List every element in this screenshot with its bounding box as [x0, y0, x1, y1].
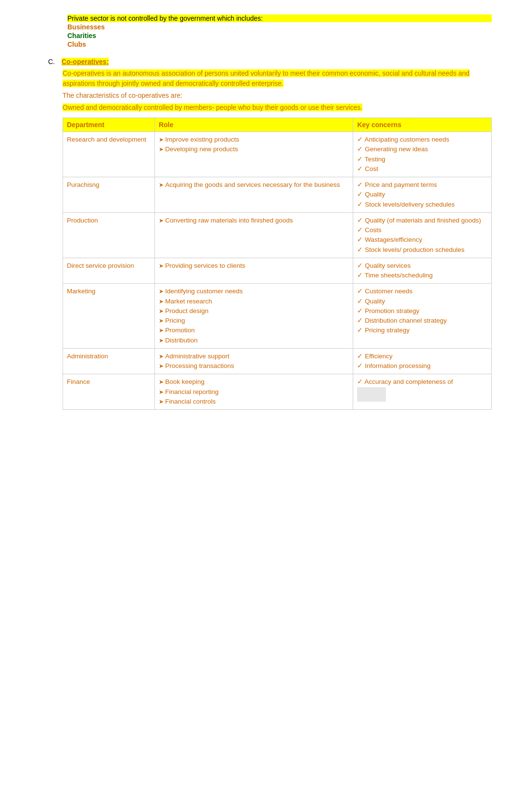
role-cell: Administrative supportProcessing transac…	[154, 348, 353, 374]
concern-cell: Quality servicesTime sheets/scheduling	[353, 258, 492, 284]
role-item: Processing transactions	[159, 361, 349, 371]
role-cell: Providing services to clients	[154, 258, 353, 284]
section-letter: C.	[48, 58, 58, 65]
concern-item: Quality services	[357, 261, 487, 271]
dept-cell: Production	[63, 212, 155, 258]
para2: The characteristics of co-operatives are…	[63, 91, 492, 101]
concern-item: Quality (of materials and finished goods…	[357, 216, 487, 225]
concern-item: Wastages/efficiency	[357, 235, 487, 245]
concern-item: Pricing strategy	[357, 326, 487, 335]
role-cell: Acquiring the goods and services necessa…	[154, 177, 353, 213]
section-c-header: C. Co-operatives:	[48, 58, 492, 65]
role-item: Promotion	[159, 326, 349, 335]
table-row: ProductionConverting raw materials into …	[63, 212, 492, 258]
section-c: C. Co-operatives: Co-operatives is an au…	[48, 58, 492, 410]
para3-text: Owned and democratically controlled by m…	[63, 104, 362, 111]
dept-cell: Direct service provision	[63, 258, 155, 284]
para1: Co-operatives is an autonomous associati…	[63, 68, 492, 89]
concern-item: Stock levels/delivery schedules	[357, 200, 487, 210]
role-item: Distribution	[159, 336, 349, 345]
role-item: Financial reporting	[159, 387, 349, 397]
role-item: Developing new products	[159, 144, 349, 154]
concern-item: Quality	[357, 297, 487, 306]
table-row: PurachisngAcquiring the goods and servic…	[63, 177, 492, 213]
section-title: Co-operatives:	[62, 58, 109, 65]
concern-item: Customer needs	[357, 287, 487, 296]
concern-cell: Quality (of materials and finished goods…	[353, 212, 492, 258]
concern-item: Stock levels/ production schedules	[357, 245, 487, 255]
concern-cell: EfficiencyInformation processing	[353, 348, 492, 374]
concern-item: Promotion strategy	[357, 306, 487, 316]
header-key-concerns: Key concerns	[353, 118, 492, 132]
dept-cell: Marketing	[63, 284, 155, 349]
dept-cell: Finance	[63, 374, 155, 410]
table-row: MarketingIdentifying customer needsMarke…	[63, 284, 492, 349]
concern-item: Information processing	[357, 361, 487, 371]
concern-item: Efficiency	[357, 352, 487, 361]
department-table: Department Role Key concerns Research an…	[63, 118, 492, 410]
dept-cell: Administration	[63, 348, 155, 374]
concern-item: Generating new ideas	[357, 144, 487, 154]
intro-line1: Private sector is not controlled by the …	[67, 14, 492, 22]
intro-businesses: Businesses	[67, 23, 492, 31]
concern-item: Costs	[357, 225, 487, 235]
section-c-body: Co-operatives is an autonomous associati…	[63, 68, 492, 410]
role-item: Providing services to clients	[159, 261, 349, 271]
role-item: Book keeping	[159, 377, 349, 387]
concern-cell: Price and payment termsQualityStock leve…	[353, 177, 492, 213]
role-item: Acquiring the goods and services necessa…	[159, 180, 349, 190]
header-department: Department	[63, 118, 155, 132]
concern-item: Distribution channel strategy	[357, 316, 487, 326]
dept-cell: Research and development	[63, 132, 155, 177]
concern-item: Cost	[357, 164, 487, 174]
role-item: Converting raw materials into finished g…	[159, 216, 349, 225]
role-item: Product design	[159, 306, 349, 316]
concern-item: Testing	[357, 155, 487, 164]
role-item: Pricing	[159, 316, 349, 326]
concern-cell: Accuracy and completeness of	[353, 374, 492, 410]
para3: Owned and democratically controlled by m…	[63, 103, 492, 113]
concern-cell: Customer needsQualityPromotion strategyD…	[353, 284, 492, 349]
concern-item: Quality	[357, 190, 487, 199]
concern-cell: Anticipating customers needsGenerating n…	[353, 132, 492, 177]
intro-section: Private sector is not controlled by the …	[67, 14, 492, 48]
role-cell: Book keepingFinancial reportingFinancial…	[154, 374, 353, 410]
table-row: Research and developmentImprove existing…	[63, 132, 492, 177]
role-cell: Converting raw materials into finished g…	[154, 212, 353, 258]
table-row: FinanceBook keepingFinancial reportingFi…	[63, 374, 492, 410]
concern-item: Accuracy and completeness of	[357, 377, 487, 387]
header-role: Role	[154, 118, 353, 132]
role-cell: Identifying customer needsMarket researc…	[154, 284, 353, 349]
role-item: Administrative support	[159, 352, 349, 361]
intro-clubs: Clubs	[67, 40, 492, 48]
dept-cell: Purachisng	[63, 177, 155, 213]
role-cell: Improve existing productsDeveloping new …	[154, 132, 353, 177]
table-row: AdministrationAdministrative supportProc…	[63, 348, 492, 374]
blurred-content	[357, 387, 386, 402]
intro-charities: Charities	[67, 32, 492, 39]
role-item: Market research	[159, 297, 349, 306]
para1-text: Co-operatives is an autonomous associati…	[63, 69, 470, 87]
role-item: Financial controls	[159, 397, 349, 406]
concern-item: Time sheets/scheduling	[357, 271, 487, 280]
role-item: Improve existing products	[159, 135, 349, 144]
concern-item: Anticipating customers needs	[357, 135, 487, 144]
table-row: Direct service provisionProviding servic…	[63, 258, 492, 284]
concern-item: Price and payment terms	[357, 180, 487, 190]
role-item: Identifying customer needs	[159, 287, 349, 296]
